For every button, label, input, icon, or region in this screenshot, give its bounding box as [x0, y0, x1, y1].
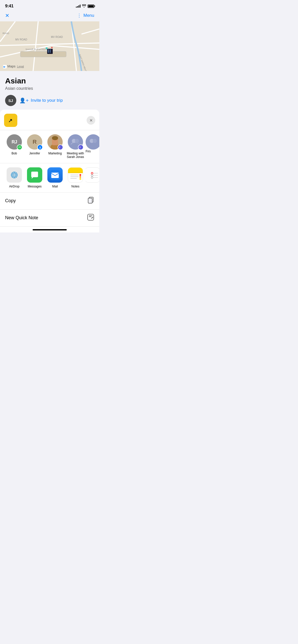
close-button[interactable]: ✕ — [5, 13, 9, 18]
meeting-avatar: T — [68, 134, 83, 150]
bob-label: Bob — [11, 152, 17, 155]
status-time: 9:41 — [5, 4, 13, 9]
app-mail[interactable]: Mail — [45, 167, 65, 188]
new-quick-note-label: New Quick Note — [5, 215, 38, 221]
mail-label: Mail — [52, 185, 58, 188]
share-app-icon: ↗ — [4, 114, 17, 127]
maps-logo: M Maps — [3, 64, 16, 68]
svg-point-56 — [79, 176, 81, 178]
svg-rect-51 — [68, 172, 83, 173]
svg-point-27 — [39, 147, 40, 147]
svg-rect-17 — [48, 51, 49, 52]
app-reminders-partial[interactable] — [86, 167, 99, 188]
maps-legal-link[interactable]: Legal — [17, 65, 24, 68]
quick-note-icon — [87, 214, 94, 222]
app-messages[interactable]: Messages — [24, 167, 45, 188]
contacts-row: RJ Bob R Jennifer — [0, 130, 99, 163]
jennifer-avatar: R — [27, 134, 42, 150]
location-info: Asian Asian countries SJ 👤+ Invite to yo… — [0, 71, 99, 110]
svg-rect-16 — [50, 50, 51, 51]
close-icon: ✕ — [89, 118, 93, 123]
invite-button[interactable]: 👤+ Invite to your trip — [19, 97, 63, 104]
svg-text:MV ROAD: MV ROAD — [51, 36, 63, 38]
svg-text:MV ROAD: MV ROAD — [15, 38, 27, 41]
contact-marketing[interactable]: T Marketing — [45, 134, 65, 159]
location-actions: SJ 👤+ Invite to your trip — [5, 95, 94, 106]
jennifer-label: Jennifer — [29, 152, 40, 155]
menu-label: Menu — [83, 13, 94, 18]
contact-jennifer[interactable]: R Jennifer — [24, 134, 45, 159]
location-subtitle: Asian countries — [5, 86, 94, 91]
airdrop-label: AirDrop — [9, 185, 20, 188]
map-view[interactable]: MV ROAD MV ROAD SAHAR ELEVATED ROAD SANT… — [0, 21, 99, 71]
mail-icon — [47, 167, 63, 183]
copy-action[interactable]: Copy — [0, 193, 99, 210]
svg-rect-66 — [88, 198, 92, 203]
status-bar: 9:41 — [0, 0, 99, 11]
messages-icon — [27, 167, 42, 183]
svg-point-32 — [52, 136, 58, 140]
reminders-icon — [86, 167, 99, 183]
svg-point-55 — [79, 174, 81, 176]
notes-icon — [68, 167, 83, 183]
share-header: ↗ ✕ — [0, 110, 99, 130]
map-label: M Maps Legal — [3, 64, 24, 68]
svg-point-20 — [46, 47, 48, 49]
svg-text:T: T — [59, 147, 60, 149]
battery-icon — [88, 5, 94, 8]
contact-bob[interactable]: RJ Bob — [4, 134, 24, 159]
home-bar — [33, 229, 67, 230]
svg-rect-8 — [20, 51, 66, 57]
menu-dots-icon: ⋮ — [77, 13, 82, 18]
svg-rect-15 — [48, 50, 49, 51]
wifi-icon — [82, 4, 86, 8]
messages-label: Messages — [28, 185, 42, 188]
airdrop-icon — [7, 167, 22, 183]
location-name: Asian — [5, 77, 94, 85]
svg-rect-47 — [51, 172, 59, 178]
share-close-button[interactable]: ✕ — [87, 116, 95, 125]
copy-icon — [87, 197, 94, 205]
apps-row: AirDrop Messages Mail — [0, 163, 99, 193]
svg-point-57 — [79, 178, 81, 180]
svg-point-40 — [93, 139, 97, 143]
invite-label: Invite to your trip — [31, 98, 63, 103]
new-quick-note-action[interactable]: New Quick Note — [0, 210, 99, 227]
marketing-avatar: T — [47, 134, 63, 150]
marketing-label: Marketing — [48, 152, 62, 155]
svg-text:M: M — [3, 66, 5, 68]
svg-rect-18 — [50, 51, 51, 52]
user-avatar: SJ — [5, 95, 16, 106]
svg-rect-41 — [9, 170, 19, 180]
contact-partial[interactable]: Firs — [86, 134, 99, 159]
app-airdrop[interactable]: AirDrop — [4, 167, 24, 188]
partial-contact-label: Firs — [86, 150, 91, 153]
add-person-icon: 👤+ — [19, 97, 29, 104]
meeting-sarah-label: Meeting withSarah Jonas — [67, 152, 84, 159]
svg-text:♥: ♥ — [51, 46, 53, 49]
bob-avatar: RJ — [7, 134, 22, 150]
svg-text:T: T — [79, 147, 81, 149]
home-indicator — [0, 227, 99, 232]
app-notes[interactable]: Notes — [65, 167, 86, 188]
copy-label: Copy — [5, 198, 16, 203]
share-sheet: ↗ ✕ RJ Bob R Jennifer — [0, 110, 99, 232]
notes-label: Notes — [71, 185, 79, 188]
top-nav: ✕ ⋮ Menu — [0, 11, 99, 21]
menu-button[interactable]: ⋮ Menu — [77, 13, 94, 18]
status-icons — [76, 4, 94, 8]
signal-icon — [76, 5, 80, 8]
svg-rect-58 — [89, 170, 99, 180]
contact-meeting-sarah[interactable]: T Meeting withSarah Jonas — [65, 134, 86, 159]
svg-text:↗: ↗ — [8, 118, 12, 123]
svg-text:ROAD: ROAD — [3, 32, 9, 35]
